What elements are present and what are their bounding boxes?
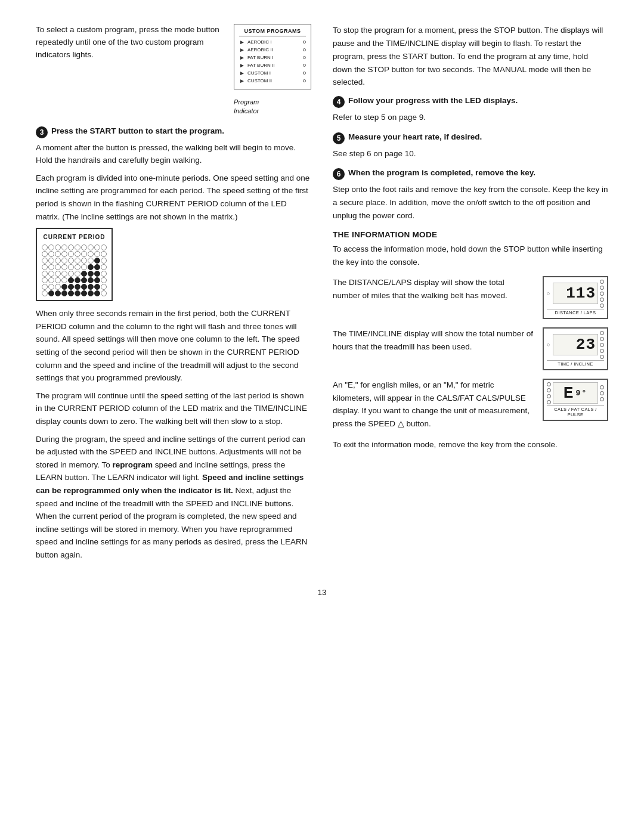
prog-row-fatburn-1: ► FAT BURN I bbox=[239, 54, 306, 61]
program-rows: ► AEROBIC I ► AEROBIC II bbox=[239, 39, 306, 84]
cals-label: CALS / FAT CALS / PULSE bbox=[547, 405, 604, 417]
cals-display-panel: E9° CALS / FAT CALS / PULSE bbox=[543, 379, 608, 421]
page-number: 13 bbox=[36, 588, 608, 597]
step-4-num: 4 bbox=[333, 96, 345, 108]
time-incline-row: The TIME/INCLINE display will show the t… bbox=[333, 327, 608, 370]
step-5-num: 5 bbox=[333, 132, 345, 144]
distance-display-panel: ○ 113 DISTANCE / LAPS bbox=[543, 276, 608, 319]
panel-icon: ○ bbox=[547, 290, 550, 296]
cals-screen: E9° bbox=[553, 382, 598, 404]
current-period-matrix: CURRENT PERIOD bbox=[36, 228, 113, 301]
time-label: TIME / INCLINE bbox=[547, 360, 604, 367]
prog-row-aerobic-2: ► AEROBIC II bbox=[239, 47, 306, 53]
arrow-icon: ► bbox=[239, 47, 245, 53]
exit-info-text: To exit the information mode, remove the… bbox=[333, 438, 608, 451]
step-5-block: 5 Measure your heart rate, if desired. S… bbox=[333, 132, 608, 160]
program-indicator-label: ProgramIndicator bbox=[234, 89, 259, 116]
arrow-icon: ► bbox=[239, 39, 245, 45]
prog-row-custom-1: ► CUSTOM I bbox=[239, 70, 306, 76]
matrix-grid bbox=[42, 244, 107, 296]
arrow-icon: ► bbox=[239, 70, 245, 76]
step3-body5: During the program, the speed and inclin… bbox=[36, 433, 311, 562]
panel-icon: ○ bbox=[547, 342, 550, 348]
prog-row-fatburn-2: ► FAT BURN II bbox=[239, 62, 306, 69]
custom-program-intro: To select a custom program, press the mo… bbox=[36, 24, 223, 61]
distance-screen: 113 bbox=[553, 283, 598, 304]
step-4-body: Refer to step 5 on page 9. bbox=[333, 111, 608, 124]
step-3-num: 3 bbox=[36, 126, 48, 138]
step-6-body: Step onto the foot rails and remove the … bbox=[333, 183, 608, 222]
cals-row: An "E," for english miles, or an "M," fo… bbox=[333, 379, 608, 430]
step-4-header: 4 Follow your progress with the LED disp… bbox=[333, 96, 608, 108]
step-3-block: 3 Press the START button to start the pr… bbox=[36, 126, 311, 562]
info-mode-block: THE INFORMATION MODE To access the infor… bbox=[333, 230, 608, 451]
matrix-title: CURRENT PERIOD bbox=[42, 233, 107, 242]
time-screen: 23 bbox=[553, 334, 598, 355]
info-mode-body1: To access the information mode, hold dow… bbox=[333, 243, 608, 269]
program-panel: USTOM PROGRAMS ► AEROBIC I ► AEROB bbox=[234, 24, 311, 89]
distance-laps-row: The DISTANCE/LAPS display will show the … bbox=[333, 276, 608, 319]
distance-text: The DISTANCE/LAPS display will show the … bbox=[333, 276, 533, 302]
arrow-icon: ► bbox=[239, 78, 245, 84]
distance-label: DISTANCE / LAPS bbox=[547, 309, 604, 315]
program-panel-title: USTOM PROGRAMS bbox=[239, 28, 306, 36]
info-mode-header: THE INFORMATION MODE bbox=[333, 230, 608, 239]
stop-program-text: To stop the program for a moment, press … bbox=[333, 24, 608, 89]
step-6-block: 6 When the program is completed, remove … bbox=[333, 168, 608, 222]
arrow-icon: ► bbox=[239, 62, 245, 69]
step-6-header: 6 When the program is completed, remove … bbox=[333, 168, 608, 180]
cals-text: An "E," for english miles, or an "M," fo… bbox=[333, 379, 533, 430]
time-text: The TIME/INCLINE display will show the t… bbox=[333, 327, 533, 353]
step-3-header: 3 Press the START button to start the pr… bbox=[36, 126, 311, 138]
time-display-panel: ○ 23 TIME / INCLINE bbox=[543, 327, 608, 370]
step-3-body: A moment after the button is pressed, th… bbox=[36, 141, 311, 562]
arrow-icon: ► bbox=[239, 54, 245, 61]
step-5-header: 5 Measure your heart rate, if desired. bbox=[333, 132, 608, 144]
prog-row-custom-2: ► CUSTOM II bbox=[239, 78, 306, 84]
prog-row-aerobic-1: ► AEROBIC I bbox=[239, 39, 306, 45]
step-6-num: 6 bbox=[333, 168, 345, 180]
step-4-block: 4 Follow your progress with the LED disp… bbox=[333, 96, 608, 124]
step-5-body: See step 6 on page 10. bbox=[333, 147, 608, 160]
